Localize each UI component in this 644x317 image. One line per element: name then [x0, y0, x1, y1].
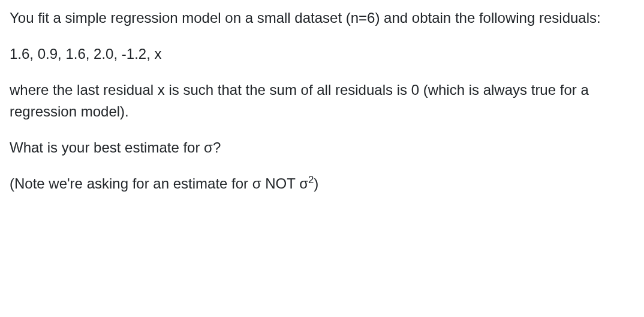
note-exponent: 2 — [308, 174, 314, 186]
question-intro: You fit a simple regression model on a s… — [10, 7, 634, 29]
note-prefix: (Note we're asking for an estimate for σ… — [10, 175, 308, 192]
residual-explanation: where the last residual x is such that t… — [10, 79, 634, 122]
question-note: (Note we're asking for an estimate for σ… — [10, 173, 634, 195]
residuals-list: 1.6, 0.9, 1.6, 2.0, -1.2, x — [10, 43, 634, 65]
question-prompt: What is your best estimate for σ? — [10, 137, 634, 158]
note-suffix: ) — [314, 175, 318, 192]
